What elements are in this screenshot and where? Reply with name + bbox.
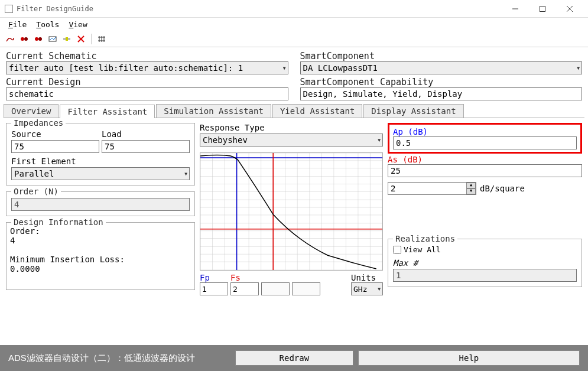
- tool-icon-5[interactable]: [61, 34, 72, 44]
- bottom-bar: ADS滤波器自动设计（二）：低通滤波器的设计 Redraw Help: [0, 345, 588, 371]
- load-label: Load: [102, 129, 190, 139]
- order-group: Order (N): [6, 191, 195, 216]
- design-info-text: [7, 223, 194, 288]
- view-all-check[interactable]: [393, 246, 401, 254]
- window-title: Filter DesignGuide: [17, 5, 502, 13]
- app-icon: [5, 5, 13, 13]
- response-type-label: Response Type: [200, 123, 383, 132]
- caption-text: ADS滤波器自动设计（二）：低通滤波器的设计: [8, 353, 195, 364]
- freq-extra-1: [261, 282, 290, 295]
- design-info-title: Design Information: [11, 217, 106, 227]
- titlebar: Filter DesignGuide: [0, 0, 588, 18]
- filter-assistant-panel: Impedances Source Load First Element ▼: [0, 118, 588, 301]
- fp-input[interactable]: [200, 282, 228, 295]
- svg-rect-1: [540, 6, 545, 11]
- first-element-label: First Element: [11, 157, 190, 166]
- source-input[interactable]: [11, 140, 99, 153]
- tab-filter-assistant[interactable]: Filter Assistant: [60, 105, 155, 118]
- delete-icon[interactable]: [76, 34, 86, 44]
- menu-view[interactable]: View: [64, 19, 92, 30]
- spin-down-button[interactable]: ▼: [466, 188, 476, 194]
- svg-rect-8: [49, 37, 56, 41]
- design-info-group: Design Information: [6, 222, 195, 290]
- response-type-dropdown[interactable]: [200, 134, 383, 147]
- load-input[interactable]: [102, 140, 190, 153]
- redraw-button[interactable]: Redraw: [235, 350, 353, 366]
- middle-column: Response Type ▼: [200, 123, 383, 296]
- svg-point-6: [35, 37, 38, 41]
- tool-icon-1[interactable]: [5, 34, 15, 44]
- source-label: Source: [11, 129, 99, 139]
- schematic-info-grid: Current Schematic ▼ SmartComponent ▼ Cur…: [0, 47, 588, 102]
- max-input: [393, 269, 577, 282]
- svg-point-5: [24, 37, 28, 41]
- fp-label: Fp: [200, 273, 228, 282]
- tab-yield-assistant[interactable]: Yield Assistant: [272, 104, 362, 118]
- first-element-dropdown[interactable]: [11, 167, 190, 180]
- view-all-checkbox[interactable]: View All: [393, 245, 441, 254]
- menu-file[interactable]: File: [4, 19, 31, 30]
- fs-input[interactable]: [230, 282, 259, 295]
- ap-input[interactable]: [393, 136, 577, 149]
- db-square-unit: dB/square: [480, 184, 525, 193]
- tab-bar: Overview Filter Assistant Simulation Ass…: [4, 104, 584, 118]
- spin-up-button[interactable]: ▲: [466, 183, 476, 188]
- right-column: Ap (dB) As (dB) ▲ ▼ dB/square Realizatio…: [388, 123, 582, 296]
- ap-highlight: Ap (dB): [388, 123, 582, 154]
- current-schematic-label: Current Schematic: [6, 51, 288, 61]
- tab-overview[interactable]: Overview: [4, 104, 59, 118]
- help-button[interactable]: Help: [358, 350, 580, 366]
- current-design-input[interactable]: [6, 87, 288, 100]
- response-chart: [200, 152, 383, 271]
- as-input[interactable]: [388, 164, 582, 177]
- smartcomponent-label: SmartComponent: [300, 51, 583, 61]
- svg-point-7: [38, 37, 42, 41]
- maximize-button[interactable]: [529, 0, 556, 18]
- order-title: Order (N): [11, 187, 61, 196]
- svg-rect-10: [66, 37, 68, 41]
- db-square-input[interactable]: [388, 182, 476, 195]
- realizations-group: Realizations View All Max #: [388, 239, 582, 287]
- freq-extra-2: [292, 282, 320, 295]
- menubar: File Tools View: [0, 18, 588, 31]
- max-label: Max #: [393, 258, 418, 268]
- tab-display-assistant[interactable]: Display Assistant: [363, 104, 463, 118]
- smartcap-label: SmartComponent Capability: [300, 77, 583, 87]
- tool-icon-3[interactable]: [33, 34, 44, 44]
- fs-label: Fs: [230, 273, 259, 282]
- units-dropdown[interactable]: [351, 282, 383, 295]
- window-controls: [502, 0, 583, 18]
- current-design-label: Current Design: [6, 77, 288, 87]
- left-column: Impedances Source Load First Element ▼: [6, 123, 195, 296]
- freq-inputs-row: Fp Fs Units ▼: [200, 273, 383, 295]
- impedances-group: Impedances Source Load First Element ▼: [6, 123, 195, 186]
- menu-tools[interactable]: Tools: [31, 19, 64, 30]
- svg-point-4: [21, 37, 24, 41]
- units-label: Units: [351, 273, 383, 282]
- tab-simulation-assistant[interactable]: Simulation Assistant: [156, 104, 271, 118]
- close-button[interactable]: [556, 0, 583, 18]
- realizations-title: Realizations: [393, 234, 457, 243]
- tool-icon-6[interactable]: [96, 34, 107, 44]
- ap-label: Ap (dB): [393, 127, 428, 136]
- smartcap-input: [300, 87, 583, 100]
- view-all-label: View All: [404, 245, 441, 254]
- smartcomponent-dropdown[interactable]: [300, 61, 583, 74]
- toolbar: [0, 31, 588, 47]
- tool-icon-4[interactable]: [47, 34, 58, 44]
- toolbar-separator: [91, 34, 92, 44]
- impedances-title: Impedances: [11, 118, 66, 128]
- current-schematic-dropdown[interactable]: [6, 61, 288, 74]
- order-input: [11, 198, 190, 211]
- as-label: As (dB): [388, 155, 423, 164]
- minimize-button[interactable]: [502, 0, 529, 18]
- tool-icon-2[interactable]: [19, 34, 30, 44]
